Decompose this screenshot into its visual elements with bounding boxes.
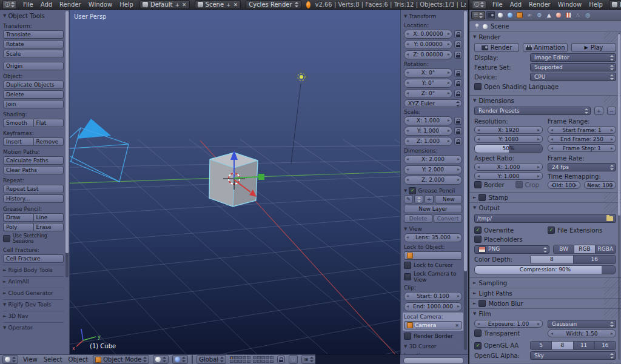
clear-paths-button[interactable]: Clear Paths bbox=[3, 166, 64, 174]
lock-to-cursor-checkbox[interactable] bbox=[404, 262, 411, 269]
view-menu[interactable]: View bbox=[22, 356, 39, 363]
gp-erase-button[interactable]: Erase bbox=[33, 223, 64, 231]
remap-old-field[interactable]: ◂Old: 100▸ bbox=[548, 181, 580, 189]
origin-button[interactable]: Origin bbox=[3, 62, 64, 70]
render-button[interactable]: Render bbox=[474, 43, 519, 52]
pencil-icon[interactable]: ✎ bbox=[404, 195, 413, 204]
osl-checkbox[interactable] bbox=[474, 83, 482, 90]
film-panel-header[interactable]: ▼Film bbox=[469, 308, 621, 319]
feature-set-dropdown[interactable]: Supported bbox=[530, 63, 616, 71]
operator-panel[interactable]: ▼Operator bbox=[3, 322, 64, 332]
remove-keyframe-button[interactable]: Remove bbox=[33, 137, 64, 146]
3d-viewport[interactable]: y x User Persp (1) Cube bbox=[0, 10, 468, 354]
npanel-bottom-scrollbar[interactable] bbox=[400, 354, 468, 364]
stamp-checkbox[interactable] bbox=[478, 194, 486, 201]
rotate-button[interactable]: Rotate bbox=[3, 40, 64, 48]
rotation-z-field[interactable]: ◂Z: 0°▸ bbox=[404, 89, 452, 98]
opengl-aa-checkbox[interactable]: ✓ bbox=[474, 342, 482, 349]
start-frame-field[interactable]: ◂Start Frame: 1▸ bbox=[548, 126, 616, 134]
clear-icon[interactable]: ✕ bbox=[455, 323, 459, 328]
tool-shelf-scrollbar[interactable] bbox=[65, 11, 69, 277]
lens-field[interactable]: ◂Lens: 35.000▸ bbox=[404, 233, 462, 242]
display-dropdown[interactable]: Image Editor bbox=[530, 53, 616, 62]
menu-render-right[interactable]: Render bbox=[528, 1, 552, 8]
menu-render[interactable]: Render bbox=[58, 1, 82, 8]
add-preset-button[interactable]: + bbox=[594, 107, 603, 115]
folder-icon[interactable] bbox=[606, 216, 613, 221]
particles-tab-icon[interactable]: ∴ bbox=[574, 11, 582, 19]
aa-16-toggle[interactable]: 16 bbox=[595, 342, 616, 349]
editor-type-icon-right[interactable]: ⓘ bbox=[472, 1, 486, 9]
lock-icon[interactable] bbox=[454, 41, 462, 48]
npanel-scrollbar[interactable] bbox=[464, 11, 467, 350]
lock-icon[interactable] bbox=[454, 127, 462, 135]
overwrite-checkbox[interactable]: ✓ bbox=[474, 227, 482, 234]
constraints-tab-icon[interactable]: ∞ bbox=[525, 11, 534, 19]
light-paths-panel-header[interactable]: ►Light Paths bbox=[469, 288, 621, 298]
aspect-y-field[interactable]: ◂Y: 1.000▸ bbox=[474, 172, 543, 180]
gp-cursor-icon[interactable]: + bbox=[425, 195, 434, 204]
viewport-shading-dropdown[interactable] bbox=[153, 355, 169, 364]
snap-element-dropdown[interactable]: ⊞ bbox=[301, 355, 315, 364]
dimensions-x-field[interactable]: ◂X: 2.000▸ bbox=[404, 155, 462, 164]
aspect-x-field[interactable]: ◂X: 1.000▸ bbox=[474, 163, 543, 171]
lock-camera-checkbox[interactable] bbox=[404, 273, 411, 280]
screen-layout-selector[interactable]: Default + ✕ bbox=[139, 0, 190, 9]
resolution-x-field[interactable]: ◂X: 1920▸ bbox=[474, 126, 543, 134]
select-menu[interactable]: Select bbox=[42, 356, 64, 363]
transform-panel-header[interactable]: ▼Transform bbox=[404, 12, 462, 21]
material-tab-icon[interactable] bbox=[554, 11, 563, 19]
calculate-paths-button[interactable]: Calculate Paths bbox=[3, 156, 64, 165]
lock-to-object-field[interactable] bbox=[404, 251, 462, 260]
stamp-panel-header[interactable]: ►Stamp bbox=[469, 192, 621, 202]
opengl-alpha-dropdown[interactable]: Sky bbox=[530, 351, 616, 360]
motion-blur-checkbox[interactable] bbox=[478, 300, 486, 307]
clip-start-field[interactable]: ◂Start: 0.100▸ bbox=[404, 292, 462, 301]
scale-z-field[interactable]: ◂Z: 1.000▸ bbox=[404, 137, 452, 146]
lock-icon[interactable] bbox=[454, 117, 462, 125]
object-tab-icon[interactable] bbox=[515, 11, 524, 19]
render-border-checkbox[interactable] bbox=[404, 333, 411, 340]
gp-source-dropdown[interactable] bbox=[414, 195, 423, 204]
texture-tab-icon[interactable] bbox=[564, 11, 572, 19]
gp-convert-button[interactable]: Convert bbox=[434, 214, 462, 223]
grease-pencil-panel-header[interactable]: ▼✓Grease Pencil bbox=[404, 186, 462, 195]
close-scene-icon[interactable]: ✕ bbox=[233, 2, 238, 8]
duplicate-objects-button[interactable]: Duplicate Objects bbox=[3, 81, 64, 89]
dimensions-panel-header[interactable]: ▼Dimensions bbox=[469, 95, 621, 105]
scale-button[interactable]: Scale bbox=[3, 50, 64, 58]
menu-help-right[interactable]: Help bbox=[588, 1, 604, 8]
gp-new-layer-button[interactable]: New Layer bbox=[404, 205, 462, 213]
remove-preset-button[interactable]: − bbox=[607, 107, 616, 115]
compression-slider[interactable]: Compression: 90% bbox=[474, 265, 616, 274]
gp-new-button[interactable]: New bbox=[435, 195, 462, 204]
rgba-toggle[interactable]: RGBA bbox=[596, 245, 616, 253]
dimensions-y-field[interactable]: ◂Y: 2.000▸ bbox=[404, 165, 462, 174]
translate-button[interactable]: Translate bbox=[3, 30, 64, 39]
rgb-toggle[interactable]: RGB bbox=[574, 245, 595, 253]
insert-keyframe-button[interactable]: Insert bbox=[3, 137, 33, 146]
filter-width-field[interactable]: ◂Width: 1.50▸ bbox=[548, 329, 616, 337]
editor-type-icon[interactable]: ⓘ bbox=[2, 1, 17, 9]
file-format-dropdown[interactable]: PNG bbox=[474, 245, 549, 254]
render-tab-icon[interactable] bbox=[486, 11, 495, 19]
output-path-field[interactable]: /tmp/ bbox=[474, 214, 616, 223]
pivot-point-dropdown[interactable] bbox=[172, 355, 188, 364]
location-x-field[interactable]: ◂X: 0.00000▸ bbox=[404, 30, 452, 39]
snap-magnet-icon[interactable]: ∪ bbox=[289, 355, 298, 364]
delete-button[interactable]: Delete bbox=[3, 90, 64, 99]
properties-scrollbar[interactable] bbox=[618, 33, 620, 360]
mode-dropdown[interactable]: Object Mode bbox=[93, 355, 149, 364]
filter-type-dropdown[interactable]: Gaussian bbox=[548, 320, 616, 328]
gp-poly-button[interactable]: Poly bbox=[3, 223, 33, 231]
device-dropdown[interactable]: CPU bbox=[530, 73, 616, 81]
sketching-sessions-checkbox[interactable] bbox=[3, 235, 10, 242]
menu-add-right[interactable]: Add bbox=[509, 1, 523, 8]
clip-end-field[interactable]: ◂End: 1000.000▸ bbox=[404, 302, 462, 311]
menu-window-right[interactable]: Window bbox=[557, 1, 583, 8]
gp-delete-frame-button[interactable]: Delete Frame bbox=[404, 214, 432, 223]
object-menu[interactable]: Object bbox=[67, 356, 90, 363]
viewport-editor-type-icon[interactable] bbox=[2, 355, 18, 364]
3d-nav-panel[interactable]: ►3D Nav bbox=[3, 311, 64, 320]
menu-add[interactable]: Add bbox=[39, 1, 53, 8]
